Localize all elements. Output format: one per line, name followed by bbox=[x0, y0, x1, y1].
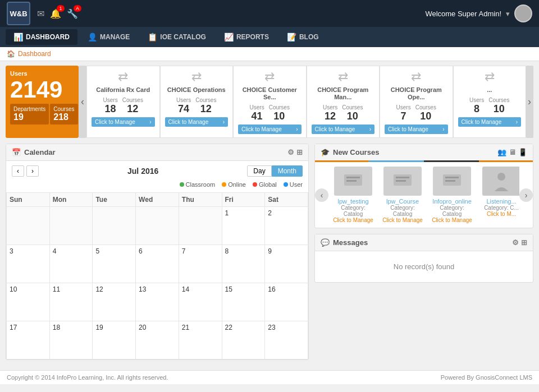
org-users-count-2: 41 bbox=[250, 110, 264, 122]
cal-cell[interactable]: 5 bbox=[93, 245, 136, 283]
cal-cell[interactable]: 1 bbox=[222, 207, 265, 245]
cal-cell[interactable]: 9 bbox=[265, 245, 308, 283]
click-manage-1[interactable]: Click to Manage › bbox=[165, 117, 229, 127]
click-manage-3[interactable]: Click to Manage › bbox=[312, 124, 375, 134]
courses-next-button[interactable]: › bbox=[519, 188, 533, 202]
new-courses-icon: 🎓 bbox=[321, 148, 330, 156]
messages-settings-icon[interactable]: ⚙ bbox=[512, 238, 519, 247]
carousel-prev-button[interactable]: ‹ bbox=[79, 66, 86, 138]
courses-prev-button[interactable]: ‹ bbox=[315, 188, 328, 202]
calendar-icon: 📅 bbox=[12, 148, 21, 156]
cal-cell[interactable]: 2 bbox=[265, 207, 308, 245]
org-cards-container: ⇄ California Rx Card Users 18 Courses 12… bbox=[86, 66, 526, 138]
legend-global: Global bbox=[253, 181, 277, 188]
cal-cell[interactable]: 17 bbox=[7, 321, 50, 359]
messages-expand-icon[interactable]: ⊞ bbox=[521, 238, 527, 247]
nav-item-manage[interactable]: 👤 MANAGE bbox=[80, 29, 138, 45]
avatar[interactable] bbox=[514, 4, 532, 22]
cal-cell[interactable]: 12 bbox=[93, 283, 136, 321]
cal-cell[interactable]: 23 bbox=[265, 321, 308, 359]
new-courses-people-icon[interactable]: 👥 bbox=[497, 148, 506, 156]
cal-cell[interactable] bbox=[93, 207, 136, 245]
org-icon-1: ⇄ bbox=[165, 70, 229, 84]
nav-item-blog[interactable]: 📝 BLOG bbox=[279, 29, 327, 45]
cal-day-button[interactable]: Day bbox=[247, 165, 271, 177]
cal-cell[interactable]: 3 bbox=[7, 245, 50, 283]
bell-icon[interactable]: 🔔 1 bbox=[50, 8, 61, 19]
nav-item-reports[interactable]: 📈 REPORTS bbox=[216, 29, 277, 45]
click-manage-4[interactable]: Click to Manage › bbox=[385, 124, 448, 134]
org-courses-count-4: 10 bbox=[415, 110, 436, 122]
nav-item-ioe-catalog[interactable]: 📋 IOE CATALOG bbox=[140, 29, 214, 45]
course-manage-0[interactable]: Click to Manage bbox=[331, 217, 376, 223]
users-count: 2149 bbox=[10, 78, 74, 102]
calendar-expand-icon[interactable]: ⊞ bbox=[296, 148, 303, 156]
cal-cell[interactable] bbox=[49, 207, 93, 245]
new-courses-mobile-icon[interactable]: 📱 bbox=[518, 148, 527, 156]
cal-cell[interactable]: 21 bbox=[179, 321, 222, 359]
departments-label: Departments bbox=[13, 106, 45, 112]
cal-cell[interactable]: 13 bbox=[136, 283, 179, 321]
weekday-tue: Tue bbox=[93, 193, 136, 207]
click-manage-2[interactable]: Click to Manage › bbox=[238, 124, 302, 134]
calendar-panel: 📅 Calendar ⚙ ⊞ ‹ › Jul 2016 Day bbox=[6, 144, 309, 360]
messages-header: 💬 Messages ⚙ ⊞ bbox=[315, 234, 533, 251]
cal-cell[interactable]: 6 bbox=[136, 245, 179, 283]
course-cards: lpw_testing Category: Catalog Click to M… bbox=[328, 167, 519, 223]
calendar-settings-icon[interactable]: ⚙ bbox=[287, 148, 294, 156]
org-stats-0: Users 18 Courses 12 bbox=[92, 97, 155, 115]
course-manage-1[interactable]: Click to Manage bbox=[380, 217, 425, 223]
course-manage-2[interactable]: Click to Manage bbox=[430, 217, 474, 223]
calendar-month-year: Jul 2016 bbox=[127, 167, 158, 176]
click-manage-0[interactable]: Click to Manage › bbox=[92, 117, 155, 127]
svg-rect-8 bbox=[445, 180, 455, 182]
cal-cell[interactable] bbox=[136, 207, 179, 245]
cal-cell[interactable]: 10 bbox=[7, 283, 50, 321]
cal-month-button[interactable]: Month bbox=[272, 165, 303, 177]
cal-cell[interactable]: 16 bbox=[265, 283, 308, 321]
new-courses-header: 🎓 New Courses 👥 🖥 📱 bbox=[315, 144, 533, 162]
course-name-0[interactable]: lpw_testing bbox=[331, 198, 376, 205]
table-row: 3 4 5 6 7 8 9 bbox=[7, 245, 308, 283]
carousel-next-button[interactable]: › bbox=[526, 66, 533, 138]
course-name-3[interactable]: Listening... bbox=[479, 198, 519, 205]
messages-header-icons: ⚙ ⊞ bbox=[512, 238, 527, 247]
org-users-count-5: 8 bbox=[469, 103, 484, 115]
org-card-2: ⇄ CHOICE Customer Se... Users 41 Courses… bbox=[233, 66, 307, 138]
weekday-fri: Fri bbox=[222, 193, 265, 207]
org-users-count-1: 74 bbox=[176, 103, 191, 115]
messages-empty: No record(s) found bbox=[315, 251, 533, 282]
course-manage-3[interactable]: Click to M... bbox=[479, 211, 519, 217]
cal-cell[interactable]: 20 bbox=[136, 321, 179, 359]
calendar-view-buttons: Day Month bbox=[247, 165, 303, 177]
new-courses-panel: 🎓 New Courses 👥 🖥 📱 ‹ bbox=[314, 144, 533, 228]
org-users-count-3: 12 bbox=[323, 110, 337, 122]
email-icon[interactable]: ✉ bbox=[37, 8, 44, 19]
nav-item-dashboard[interactable]: 📊 DASHBOARD bbox=[6, 29, 77, 45]
course-name-1[interactable]: lpw_Course bbox=[380, 198, 425, 205]
footer: Copyright © 2014 InfoPro Learning, Inc. … bbox=[0, 370, 539, 384]
course-name-2[interactable]: Infopro_online bbox=[430, 198, 474, 205]
cal-cell[interactable] bbox=[7, 207, 50, 245]
new-courses-desktop-icon[interactable]: 🖥 bbox=[509, 148, 516, 156]
chevron-down-icon[interactable]: ▾ bbox=[506, 10, 510, 18]
click-manage-5[interactable]: Click to Manage › bbox=[458, 117, 522, 127]
course-card-1: lpw_Course Category: Catalog Click to Ma… bbox=[380, 167, 425, 223]
calendar-grid: Sun Mon Tue Wed Thu Fri Sat bbox=[6, 192, 308, 359]
cal-cell[interactable]: 8 bbox=[222, 245, 265, 283]
cal-cell[interactable]: 7 bbox=[179, 245, 222, 283]
stats-row: Users 2149 Departments 19 Courses 218 ‹ … bbox=[6, 66, 533, 138]
cal-cell[interactable]: 14 bbox=[179, 283, 222, 321]
cal-cell[interactable]: 11 bbox=[49, 283, 93, 321]
cal-cell[interactable]: 15 bbox=[222, 283, 265, 321]
cal-prev-button[interactable]: ‹ bbox=[12, 165, 24, 177]
cal-cell[interactable]: 19 bbox=[93, 321, 136, 359]
home-icon[interactable]: 🏠 bbox=[7, 50, 15, 58]
cal-cell[interactable]: 4 bbox=[49, 245, 93, 283]
build-icon[interactable]: 🔧 A bbox=[67, 8, 78, 19]
cal-cell[interactable]: 18 bbox=[49, 321, 93, 359]
cal-next-button[interactable]: › bbox=[26, 165, 39, 177]
logo[interactable]: W&B bbox=[7, 2, 30, 25]
cal-cell[interactable]: 22 bbox=[222, 321, 265, 359]
cal-cell[interactable] bbox=[179, 207, 222, 245]
